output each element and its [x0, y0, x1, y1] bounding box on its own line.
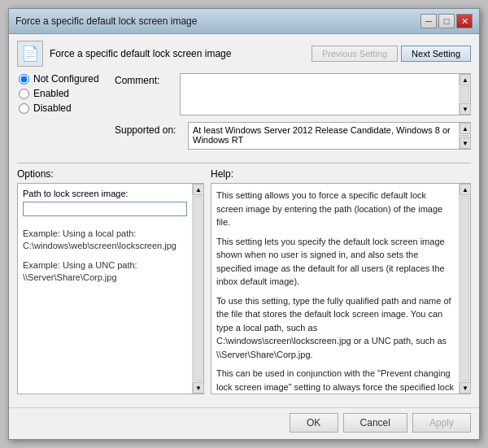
- title-bar: Force a specific default lock screen ima…: [9, 9, 479, 34]
- radio-disabled-label: Disabled: [33, 102, 72, 114]
- example2-label: Example: Using a UNC path:: [23, 259, 187, 272]
- example1-value: C:\windows\web\screen\lockscreen.jpg: [23, 240, 187, 252]
- help-scroll-down[interactable]: ▼: [460, 382, 471, 394]
- comment-scroll-down[interactable]: ▼: [460, 103, 471, 115]
- divider: [17, 163, 471, 163]
- help-label: Help:: [211, 168, 471, 180]
- main-window: Force a specific default lock screen ima…: [8, 8, 480, 440]
- example1-label: Example: Using a local path:: [23, 228, 187, 240]
- supported-section: Supported on: At least Windows Server 20…: [115, 122, 471, 150]
- header-row: 📄 Force a specific default lock screen i…: [17, 41, 471, 67]
- radio-enabled-input[interactable]: [19, 89, 29, 99]
- supported-scroll-thumb: [460, 135, 469, 137]
- close-button[interactable]: ✕: [456, 14, 473, 28]
- help-p3: To use this setting, type the fully qual…: [216, 294, 454, 362]
- comment-box: ▲ ▼: [180, 73, 471, 115]
- radio-enabled-label: Enabled: [33, 88, 69, 99]
- help-p4: This can be used in conjunction with the…: [216, 367, 454, 394]
- help-p2: This setting lets you specify the defaul…: [216, 235, 454, 289]
- minimize-button[interactable]: ─: [420, 14, 437, 28]
- options-box: Path to lock screen image: Example: Usin…: [17, 183, 204, 394]
- header-left: 📄 Force a specific default lock screen i…: [17, 41, 231, 67]
- help-scroll-thumb: [460, 196, 469, 381]
- help-scroll-up[interactable]: ▲: [460, 184, 471, 195]
- radio-not-configured-label: Not Configured: [33, 73, 99, 85]
- comment-scroll-up[interactable]: ▲: [460, 74, 471, 85]
- options-scroll-up[interactable]: ▲: [193, 184, 204, 195]
- footer-buttons: OK Cancel Apply: [9, 407, 479, 439]
- top-section: Not Configured Enabled Disabled Comment:: [17, 73, 471, 158]
- comment-scroll-thumb: [460, 86, 469, 102]
- header-buttons: Previous Setting Next Setting: [312, 46, 471, 62]
- comment-scrollbar[interactable]: ▲ ▼: [459, 74, 470, 115]
- comment-section: Comment: ▲ ▼: [115, 73, 471, 115]
- options-scroll-thumb: [194, 196, 203, 381]
- maximize-button[interactable]: □: [438, 14, 455, 28]
- supported-scroll-down[interactable]: ▼: [460, 137, 471, 149]
- previous-setting-button[interactable]: Previous Setting: [312, 46, 398, 62]
- comment-box-container: ▲ ▼: [180, 73, 471, 115]
- radio-disabled-input[interactable]: [19, 103, 29, 114]
- radio-enabled[interactable]: Enabled: [19, 88, 107, 99]
- radio-not-configured-input[interactable]: [19, 74, 29, 85]
- header-title: Force a specific default lock screen ima…: [50, 48, 231, 59]
- path-input[interactable]: [23, 202, 187, 216]
- content-area: 📄 Force a specific default lock screen i…: [9, 34, 479, 407]
- radio-not-configured[interactable]: Not Configured: [19, 73, 107, 85]
- options-content: Path to lock screen image: Example: Usin…: [18, 184, 192, 394]
- options-scrollbar[interactable]: ▲ ▼: [192, 184, 203, 394]
- help-column: Help: This setting allows you to force a…: [211, 168, 471, 394]
- help-content: This setting allows you to force a speci…: [211, 184, 459, 394]
- right-section: Comment: ▲ ▼ Supporte: [115, 73, 471, 158]
- supported-value: At least Windows Server 2012 Release Can…: [189, 123, 459, 149]
- radio-disabled[interactable]: Disabled: [19, 102, 107, 114]
- path-label: Path to lock screen image:: [23, 189, 187, 198]
- policy-icon: 📄: [17, 41, 43, 67]
- supported-box-container: At least Windows Server 2012 Release Can…: [188, 122, 471, 150]
- title-bar-buttons: ─ □ ✕: [420, 14, 473, 28]
- next-setting-button[interactable]: Next Setting: [401, 46, 471, 62]
- supported-box: At least Windows Server 2012 Release Can…: [188, 122, 471, 150]
- supported-scroll-up[interactable]: ▲: [460, 123, 471, 134]
- help-box: This setting allows you to force a speci…: [211, 183, 471, 394]
- supported-label: Supported on:: [115, 122, 188, 136]
- help-text: This setting allows you to force a speci…: [216, 189, 454, 394]
- help-p1: This setting allows you to force a speci…: [216, 189, 454, 229]
- radio-section: Not Configured Enabled Disabled: [17, 73, 107, 158]
- options-column: Options: Path to lock screen image: Exam…: [17, 168, 204, 394]
- example2-value: \\Server\Share\Corp.jpg: [23, 272, 187, 284]
- help-scrollbar[interactable]: ▲ ▼: [459, 184, 470, 394]
- ok-button[interactable]: OK: [290, 413, 338, 433]
- two-column-section: Options: Path to lock screen image: Exam…: [17, 168, 471, 394]
- window-title: Force a specific default lock screen ima…: [15, 15, 197, 27]
- options-scroll-down[interactable]: ▼: [193, 382, 204, 394]
- cancel-button[interactable]: Cancel: [343, 413, 407, 433]
- comment-textarea[interactable]: [181, 74, 459, 115]
- policy-icon-glyph: 📄: [21, 45, 39, 63]
- supported-scrollbar[interactable]: ▲ ▼: [459, 123, 470, 149]
- apply-button[interactable]: Apply: [412, 413, 471, 433]
- comment-label: Comment:: [115, 73, 180, 115]
- options-label: Options:: [17, 168, 204, 180]
